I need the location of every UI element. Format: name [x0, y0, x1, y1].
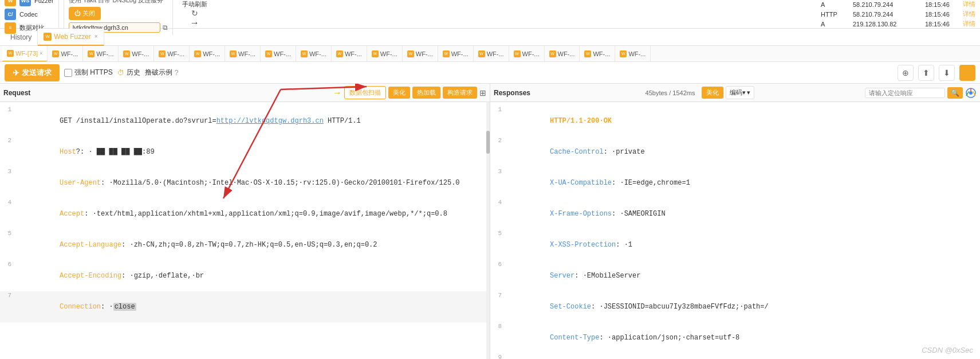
dns-type-2: HTTP — [821, 11, 844, 18]
webfuzzer-close-icon[interactable]: × — [95, 33, 98, 40]
build-request-button[interactable]: 构造请求 — [443, 87, 477, 99]
wf-tab-2[interactable]: WWF-... — [48, 46, 83, 62]
force-https-toggle[interactable]: 强制 HTTPS — [64, 68, 113, 77]
dns-results-area: A 58.210.79.244 18:15:46 详情 HTTP 58.210.… — [821, 0, 975, 28]
ws-icon[interactable]: WS — [19, 0, 31, 6]
beautify-resp-button[interactable]: 美化 — [702, 87, 723, 99]
dns-detail-1[interactable]: 详情 — [963, 0, 975, 9]
wf-tab-13[interactable]: WWF-... — [438, 46, 474, 62]
upload-button[interactable]: ⬆ — [918, 65, 934, 81]
wf-tab-8[interactable]: WWF-... — [261, 46, 296, 62]
request-title: Request — [3, 89, 30, 97]
send-request-button[interactable]: ✈ 发送请求 — [5, 64, 60, 81]
search-button[interactable]: 🔍 — [947, 87, 963, 99]
download-button[interactable]: ⬇ — [939, 65, 955, 81]
response-code-area[interactable]: 1 HTTP/1.1·200·OK 2 Cache-Control: ·priv… — [490, 102, 980, 359]
dns-type-3: A — [821, 21, 844, 28]
req-line-7: 7 Connection: ·close — [0, 291, 490, 322]
wf-tab-15[interactable]: WWF-... — [509, 46, 545, 62]
request-panel: Request → 数据包扫描 美化 热加载 构造请求 ⊞ 1 GET /ins… — [0, 84, 490, 359]
wf-73-icon: W — [7, 50, 14, 57]
dns-ip-3: 219.128.130.82 — [853, 21, 916, 28]
wf-tab-18[interactable]: WWF-... — [615, 46, 651, 62]
wf-tab-9[interactable]: WWF-... — [296, 46, 332, 62]
dns-detail-3[interactable]: 详情 — [963, 19, 975, 28]
force-https-checkbox[interactable] — [64, 69, 72, 77]
encode-label: 编码▾ — [730, 88, 746, 97]
req-scrollbar[interactable] — [486, 102, 490, 359]
response-panel: Responses 45bytes / 1542ms 美化 编码▾ ▾ 🔍 — [490, 84, 980, 359]
wf-tab-4[interactable]: WWF-... — [119, 46, 154, 62]
wf-tab-14[interactable]: WWF-... — [474, 46, 509, 62]
wf-tab-17[interactable]: WWF-... — [580, 46, 615, 62]
dns-result-row-2: HTTP 58.210.79.244 18:15:46 详情 — [821, 10, 975, 18]
codec-icon[interactable]: C/ — [5, 9, 16, 20]
resp-line-2: 2 Cache-Control: ·private — [490, 136, 980, 167]
chrome-icon[interactable] — [965, 87, 977, 99]
dns-close-button[interactable]: ⏻ 关闭 — [69, 7, 101, 20]
wf-tab-16[interactable]: WWF-... — [545, 46, 580, 62]
wf-tab-3[interactable]: WWF-... — [83, 46, 119, 62]
dns-detail-2[interactable]: 详情 — [963, 10, 975, 18]
req-scrollbar-thumb[interactable] — [486, 131, 490, 154]
wf-tab-bar: W WF-[73] × WWF-... WWF-... WWF-... WWF-… — [0, 46, 980, 62]
req-line-5: 5 Accept-Language: ·zh-CN,zh;q=0.8,zh-TW… — [0, 229, 490, 260]
share-icon: ⊕ — [902, 68, 909, 77]
refresh-icon: ↻ — [191, 9, 198, 18]
req-line-3: 3 User-Agent: ·Mozilla/5.0·(Macintosh;·I… — [0, 167, 490, 198]
response-search: 🔍 — [865, 87, 977, 99]
send-icon: ✈ — [13, 68, 19, 77]
action-bar-right: ⊕ ⬆ ⬇ — [898, 65, 975, 81]
dns-type-1: A — [821, 1, 844, 8]
share-button[interactable]: ⊕ — [898, 65, 914, 81]
response-toolbar: Responses 45bytes / 1542ms 美化 编码▾ ▾ 🔍 — [490, 84, 980, 102]
arrow-expand-icon[interactable]: → — [333, 88, 342, 98]
dns-result-row-3: A 219.128.130.82 18:15:46 详情 — [821, 19, 975, 28]
response-search-input[interactable] — [865, 88, 945, 98]
resp-line-5: 5 X-XSS-Protection: ·1 — [490, 229, 980, 260]
resp-line-1: 1 HTTP/1.1·200·OK — [490, 106, 980, 136]
example-button[interactable]: 撸破示例 ? — [145, 68, 179, 77]
request-code-area[interactable]: 1 GET /install/installOperate.do?svrurl=… — [0, 102, 490, 359]
dns-ip-1: 58.210.79.244 — [853, 1, 916, 8]
scan-button[interactable]: 数据包扫描 — [344, 86, 386, 99]
main-content: Request → 数据包扫描 美化 热加载 构造请求 ⊞ 1 GET /ins… — [0, 84, 980, 359]
wf-tab-7[interactable]: WWF-... — [225, 46, 261, 62]
dns-time-2: 18:15:46 — [925, 11, 954, 18]
web-ws-row: W WS Fuzzer — [5, 0, 54, 6]
top-bar: W WS Fuzzer C/ Codec ≡ 数据对比 使用 Yakit 自带 … — [0, 0, 980, 29]
history-label: 历史 — [127, 68, 140, 77]
wf-tab-10[interactable]: WWF-... — [332, 46, 367, 62]
response-info: 45bytes / 1542ms — [646, 89, 695, 96]
wf-73-close[interactable]: × — [40, 50, 42, 56]
beautify-req-button[interactable]: 美化 — [388, 87, 410, 99]
question-icon: ? — [175, 69, 179, 77]
tab-history-label: History — [10, 33, 32, 41]
wf-tab-73[interactable]: W WF-[73] × — [2, 46, 48, 62]
history-button[interactable]: ⏱ 历史 — [117, 68, 140, 77]
req-line-1: 1 GET /install/installOperate.do?svrurl=… — [0, 106, 490, 136]
dns-ip-2: 58.210.79.244 — [853, 11, 916, 18]
fullscreen-icon[interactable]: ⊞ — [479, 88, 486, 97]
req-line-4: 4 Accept: ·text/html,application/xhtml+x… — [0, 198, 490, 229]
dns-label: 使用 Yakit 自带 DNSLog 反连服务 — [69, 0, 163, 5]
resp-line-4: 4 X-Frame-Options: ·SAMEORIGIN — [490, 198, 980, 229]
wf-tab-6[interactable]: WWF-... — [190, 46, 225, 62]
web-icon[interactable]: W — [5, 0, 16, 6]
manual-refresh-btn[interactable]: 手动刷新 ↻ → — [178, 0, 212, 28]
resp-line-7: 7 Set-Cookie: ·JSESSIONID=abcuu7Iy3z8mba… — [490, 291, 980, 322]
resp-line-6: 6 Server: ·EMobileServer — [490, 260, 980, 291]
orange-action-btn[interactable] — [959, 65, 975, 81]
wf-tab-11[interactable]: WWF-... — [367, 46, 403, 62]
copy-icon[interactable]: ⧉ — [163, 24, 168, 32]
dns-input-row: ⏻ 关闭 — [69, 7, 101, 20]
force-https-label: 强制 HTTPS — [74, 68, 113, 77]
hotload-button[interactable]: 热加载 — [412, 87, 440, 99]
tab-history[interactable]: History — [5, 29, 38, 46]
tab-webfuzzer[interactable]: W Web Fuzzer × — [38, 29, 104, 46]
response-title: Responses — [494, 89, 530, 97]
wf-tab-5[interactable]: WWF-... — [154, 46, 190, 62]
clock-icon: ⏱ — [117, 69, 124, 77]
encode-button[interactable]: 编码▾ ▾ — [726, 86, 754, 99]
wf-tab-12[interactable]: WWF-... — [403, 46, 438, 62]
